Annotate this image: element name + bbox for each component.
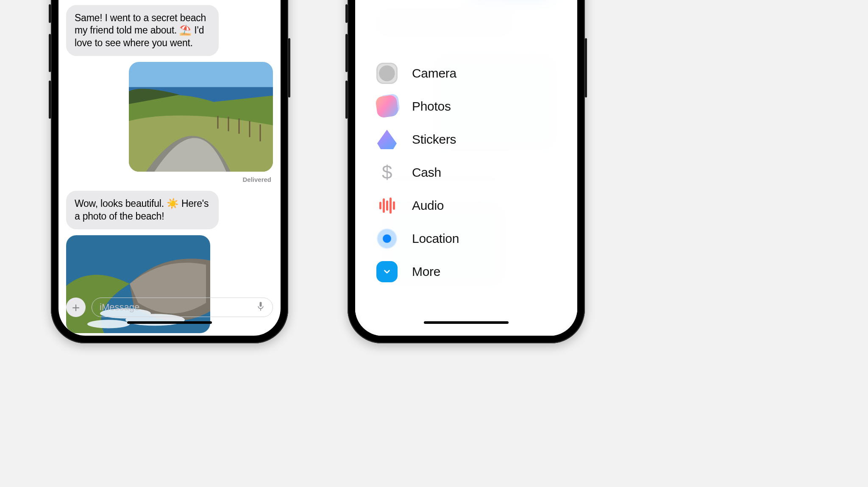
menu-item-label: Camera	[412, 66, 456, 81]
menu-item-label: More	[412, 264, 440, 279]
svg-point-10	[87, 320, 130, 328]
menu-item-label: Stickers	[412, 132, 456, 147]
message-input-placeholder: iMessage	[100, 302, 139, 313]
menu-item-label: Photos	[412, 99, 451, 114]
phone-frame-right: Camera Photos Stickers $ Cash	[348, 0, 585, 343]
menu-item-stickers[interactable]: Stickers	[376, 129, 459, 150]
incoming-message-2: Wow, looks beautiful. ☀️ Here's a photo …	[66, 191, 219, 229]
camera-icon	[376, 63, 398, 84]
photos-icon	[375, 95, 399, 118]
attach-sheet-screen: Camera Photos Stickers $ Cash	[355, 0, 577, 336]
attach-menu-sheet[interactable]: Camera Photos Stickers $ Cash	[355, 0, 577, 336]
menu-item-more[interactable]: More	[376, 261, 459, 282]
incoming-message-1-text: Same! I went to a secret beach my friend…	[75, 12, 206, 48]
menu-item-label: Audio	[412, 198, 444, 213]
attach-button[interactable]: ＋	[66, 298, 86, 317]
audio-waveform-icon	[376, 195, 398, 216]
outgoing-photo[interactable]	[129, 62, 273, 172]
dictate-button[interactable]	[256, 301, 265, 314]
menu-item-cash[interactable]: $ Cash	[376, 162, 459, 183]
conversation-thread[interactable]: Same! I went to a secret beach my friend…	[58, 0, 281, 336]
messages-screen: Same! I went to a secret beach my friend…	[58, 0, 281, 336]
menu-item-label: Cash	[412, 165, 441, 180]
incoming-photo[interactable]	[66, 235, 210, 333]
menu-item-photos[interactable]: Photos	[376, 96, 459, 117]
cash-icon: $	[376, 162, 398, 183]
incoming-message-1: Same! I went to a secret beach my friend…	[66, 5, 219, 56]
more-icon	[376, 261, 398, 282]
incoming-message-2-text: Wow, looks beautiful. ☀️ Here's a photo …	[75, 198, 209, 221]
menu-item-label: Location	[412, 231, 459, 246]
delivered-status: Delivered	[242, 176, 271, 183]
menu-item-audio[interactable]: Audio	[376, 195, 459, 216]
home-indicator[interactable]	[424, 321, 509, 324]
microphone-icon	[256, 301, 265, 312]
menu-item-location[interactable]: Location	[376, 228, 459, 249]
plus-icon: ＋	[70, 299, 82, 316]
svg-rect-11	[260, 302, 262, 307]
phone-frame-left: Same! I went to a secret beach my friend…	[51, 0, 288, 343]
menu-item-camera[interactable]: Camera	[376, 63, 459, 84]
home-indicator[interactable]	[127, 321, 212, 324]
chevron-down-icon	[382, 267, 392, 276]
stickers-icon	[376, 129, 398, 150]
compose-bar: ＋ iMessage	[66, 298, 273, 317]
attach-menu: Camera Photos Stickers $ Cash	[376, 63, 459, 282]
message-input[interactable]: iMessage	[92, 298, 273, 317]
location-icon	[376, 228, 398, 249]
